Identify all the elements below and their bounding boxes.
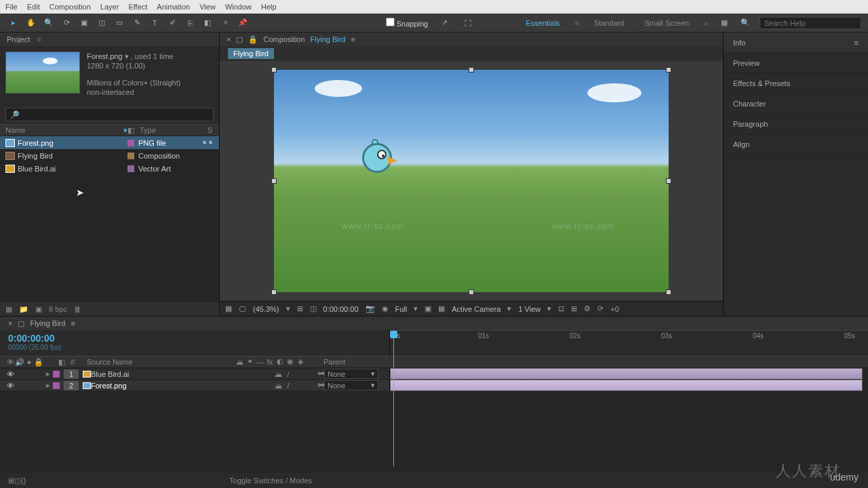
info-panel[interactable]: Info≡ (724, 33, 868, 53)
adj-icon[interactable]: ◉ (286, 358, 294, 366)
project-item-flying-bird[interactable]: Flying Bird Composition (0, 149, 219, 162)
current-timecode[interactable]: 0:00:00:00 (8, 333, 381, 344)
twirl-icon[interactable]: ▸ (43, 369, 53, 378)
resize-handle[interactable] (469, 67, 474, 73)
project-item-forest[interactable]: Forest.png PNG file ⚬⚬ (0, 136, 219, 149)
tl-opt3-icon[interactable]: {} (21, 476, 26, 485)
parent-dropdown[interactable]: None▾ (324, 369, 378, 379)
paragraph-panel[interactable]: Paragraph (724, 114, 868, 134)
close-tab-icon[interactable]: × (8, 319, 12, 327)
resize-handle[interactable] (666, 67, 671, 73)
workspace-essentials[interactable]: Essentials (520, 18, 565, 28)
panel-menu-icon[interactable]: ≡ (854, 39, 859, 47)
character-panel[interactable]: Character (724, 94, 868, 114)
panel-menu-icon[interactable]: ≡ (37, 35, 41, 43)
resize-handle[interactable] (666, 178, 671, 184)
grid-icon[interactable]: ⊞ (297, 304, 303, 313)
resize-handle[interactable] (666, 289, 671, 295)
menu-help[interactable]: Help (261, 3, 277, 11)
visibility-col-icon[interactable]: 👁 (5, 358, 15, 367)
hamburger-icon[interactable]: ≡ (574, 19, 578, 27)
twirl-icon[interactable]: ▸ (43, 381, 53, 390)
visibility-toggle[interactable]: 👁 (5, 370, 15, 378)
preview-panel[interactable]: Preview (724, 53, 868, 73)
menu-composition[interactable]: Composition (50, 3, 91, 11)
layer-track[interactable] (390, 368, 863, 380)
menu-view[interactable]: View (199, 3, 216, 11)
workspace-standard[interactable]: Standard (589, 18, 630, 28)
camera-select[interactable]: Active Camera (452, 305, 500, 313)
panel-menu-icon[interactable]: ≡ (71, 319, 75, 327)
label-swatch[interactable] (53, 371, 60, 378)
lock-col-icon[interactable]: 🔒 (34, 358, 43, 367)
zoom-tool-icon[interactable]: 🔍 (42, 16, 56, 30)
resolution-select[interactable]: Full (395, 305, 408, 313)
menu-animation[interactable]: Animation (157, 3, 190, 11)
guides-icon[interactable]: ◫ (310, 304, 317, 313)
clone-tool-icon[interactable]: ⎘ (183, 16, 197, 30)
layer-row-2[interactable]: 👁 ▸ 2 Forest.png ⛰/ ⚯ None▾ (0, 380, 868, 391)
menu-effect[interactable]: Effect (128, 3, 147, 11)
view-opt-icon[interactable]: ⊡ (558, 304, 564, 313)
transparency-icon[interactable]: ▦ (438, 304, 445, 313)
comp-name[interactable]: Flying Bird (311, 35, 346, 43)
audio-col-icon[interactable]: 🔊 (15, 358, 24, 367)
layer-row-1[interactable]: 👁 ▸ 1 Blue Bird.ai ⛰/ ⚯ None▾ (0, 368, 868, 380)
camera-tool-icon[interactable]: ▣ (77, 16, 91, 30)
eraser-tool-icon[interactable]: ◧ (201, 16, 214, 30)
snap-opt1-icon[interactable]: ↗ (437, 16, 451, 30)
zoom-select[interactable]: (45.3%) (253, 305, 279, 313)
menu-edit[interactable]: Edit (27, 3, 40, 11)
project-item-blue-bird[interactable]: Blue Bird.ai Vector Art (0, 162, 219, 175)
selection-tool-icon[interactable]: ▸ (7, 16, 20, 30)
3d-icon[interactable]: ✦ (245, 358, 254, 366)
folder-icon[interactable]: 📁 (19, 305, 28, 314)
tl-opt1-icon[interactable]: ⊞ (8, 476, 14, 485)
canvas[interactable]: www.rr-sc.com www.rr-sc.com (274, 70, 669, 292)
snapshot-icon[interactable]: 📷 (366, 304, 375, 313)
mb-icon[interactable]: ◐ (276, 358, 284, 366)
rect-tool-icon[interactable]: ▭ (113, 16, 126, 30)
composition-viewer[interactable]: www.rr-sc.com www.rr-sc.com (220, 61, 723, 301)
pan-behind-tool-icon[interactable]: ◫ (95, 16, 108, 30)
col-name[interactable]: Name (5, 126, 25, 134)
exposure[interactable]: +0 (610, 305, 619, 313)
menu-window[interactable]: Window (225, 3, 252, 11)
solo-col-icon[interactable]: ● (24, 358, 34, 367)
channel-icon[interactable]: ◉ (382, 304, 389, 313)
project-panel-header[interactable]: Project≡ (0, 33, 219, 46)
brush-tool-icon[interactable]: ✐ (165, 16, 179, 30)
menu-file[interactable]: File (5, 3, 18, 11)
view-opt2-icon[interactable]: ⊞ (571, 304, 577, 313)
views-select[interactable]: 1 View (518, 305, 540, 313)
bpc-toggle[interactable]: 8 bpc (49, 305, 67, 313)
timecode-display[interactable]: 0:00:00:00 (323, 305, 359, 313)
3dlayer-icon[interactable]: ◈ (296, 358, 304, 366)
roto-tool-icon[interactable]: ✧ (218, 16, 232, 30)
menu-layer[interactable]: Layer (100, 3, 119, 11)
monitor-icon[interactable]: 🖵 (239, 305, 246, 313)
new-comp-icon[interactable]: ▣ (35, 305, 42, 314)
col-type[interactable]: Type (140, 126, 208, 134)
refresh-icon[interactable]: ⟳ (597, 304, 604, 313)
snap-opt2-icon[interactable]: ⛶ (460, 16, 474, 30)
workspace-settings-icon[interactable]: ▦ (717, 16, 731, 30)
tl-opt2-icon[interactable]: ◫ (14, 476, 21, 485)
layer-track[interactable] (390, 380, 863, 391)
playhead[interactable] (393, 331, 394, 466)
shy-icon[interactable]: ⛰ (235, 358, 243, 366)
interpret-icon[interactable]: ▦ (5, 305, 12, 314)
parent-dropdown[interactable]: None▾ (324, 380, 378, 390)
close-tab-icon[interactable]: × (226, 35, 231, 43)
comp-menu-icon[interactable]: ≡ (351, 35, 355, 43)
pen-tool-icon[interactable]: ✎ (130, 16, 144, 30)
puppet-tool-icon[interactable]: 📌 (236, 16, 250, 30)
workspace-overflow-icon[interactable]: » (704, 19, 708, 27)
time-ruler[interactable]: 0s 01s 02s 03s 04s 05s (390, 330, 868, 342)
text-tool-icon[interactable]: T (148, 16, 161, 30)
toggle-switches-button[interactable]: Toggle Switches / Modes (229, 476, 312, 485)
label-col-icon[interactable]: ◧ (57, 358, 66, 367)
roi-icon[interactable]: ▣ (425, 304, 431, 313)
visibility-toggle[interactable]: 👁 (5, 382, 15, 390)
label-col-icon[interactable]: ◧ (127, 126, 140, 135)
